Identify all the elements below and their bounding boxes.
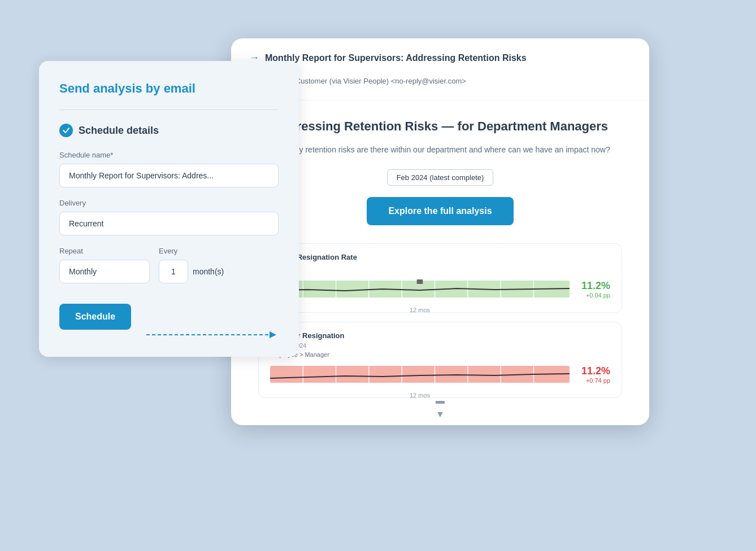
schedule-section-header: Schedule details xyxy=(59,124,279,137)
repeat-group: Repeat Monthly xyxy=(59,247,150,283)
chart-row-overall: 12 mos 11.2% +0.04 pp xyxy=(270,276,610,303)
sender-info: Visier Customer (via Visier People) <no-… xyxy=(275,77,466,85)
repeat-value[interactable]: Monthly xyxy=(59,260,150,283)
every-label: Every xyxy=(159,247,227,255)
chart-pp-manager: +0.74 pp xyxy=(576,377,610,384)
repeat-every-row: Repeat Monthly Every 1 month(s) xyxy=(59,247,279,283)
chart-value-overall: 11.2% +0.04 pp xyxy=(576,280,610,299)
schedule-name-value[interactable]: Monthly Report for Supervisors: Addres..… xyxy=(59,164,279,187)
every-group: Every 1 month(s) xyxy=(159,247,227,283)
chart-row-manager: 12 mos 11.2% +0.74 pp xyxy=(270,361,610,388)
schedule-name-label: Schedule name* xyxy=(59,151,279,159)
chart-pct-manager: 11.2% xyxy=(576,365,610,377)
chart-title-overall: Overall Resignation Rate xyxy=(270,253,610,261)
schedule-button[interactable]: Schedule xyxy=(59,304,131,330)
date-badge: Feb 2024 (latest complete) xyxy=(387,169,494,186)
form-title: Send analysis by email xyxy=(59,81,279,96)
explore-button[interactable]: Explore the full analysis xyxy=(367,197,514,225)
bottom-icon-filter: ▼ xyxy=(436,409,445,419)
report-subtitle: What key retention risks are there withi… xyxy=(258,144,622,156)
report-title: Addressing Retention Risks — for Departm… xyxy=(258,119,622,135)
bottom-icons: ▬ ▼ xyxy=(436,396,445,419)
schedule-btn-container: Schedule xyxy=(59,299,279,330)
email-subject: Monthly Report for Supervisors: Addressi… xyxy=(265,53,527,63)
chart-area-overall: 12 mos xyxy=(270,276,570,303)
chart-label-manager: 12 mos xyxy=(270,392,570,399)
divider xyxy=(59,110,279,110)
chart-card-manager: Manager Resignation Feb 2024 Employee > … xyxy=(258,322,622,398)
svg-rect-11 xyxy=(417,279,423,284)
chart-pct-overall: 11.2% xyxy=(576,280,610,292)
chart-card-overall: Overall Resignation Rate Feb 2024 xyxy=(258,243,622,313)
chart-value-manager: 11.2% +0.74 pp xyxy=(576,365,610,384)
every-value-row: 1 month(s) xyxy=(159,260,227,283)
chart-area-manager: 12 mos xyxy=(270,361,570,388)
sender-row: V Visier Customer (via Visier People) <n… xyxy=(249,71,631,91)
email-form-card: Send analysis by email Schedule details … xyxy=(39,61,299,357)
chart-date-overall: Feb 2024 xyxy=(270,264,610,270)
section-title: Schedule details xyxy=(79,125,159,137)
bottom-icon-bar: ▬ xyxy=(436,396,445,406)
chart-label-overall: 12 mos xyxy=(270,307,570,313)
every-num[interactable]: 1 xyxy=(159,260,188,283)
chart-title-manager: Manager Resignation xyxy=(270,331,610,340)
check-icon xyxy=(59,124,73,137)
delivery-value[interactable]: Recurrent xyxy=(59,212,279,235)
every-unit: month(s) xyxy=(193,267,224,276)
chart-sublabel-manager: Employee > Manager xyxy=(270,351,610,358)
chart-pp-overall: +0.04 pp xyxy=(576,292,610,299)
delivery-label: Delivery xyxy=(59,199,279,207)
repeat-label: Repeat xyxy=(59,247,150,255)
email-subject-row: → Monthly Report for Supervisors: Addres… xyxy=(249,52,631,64)
